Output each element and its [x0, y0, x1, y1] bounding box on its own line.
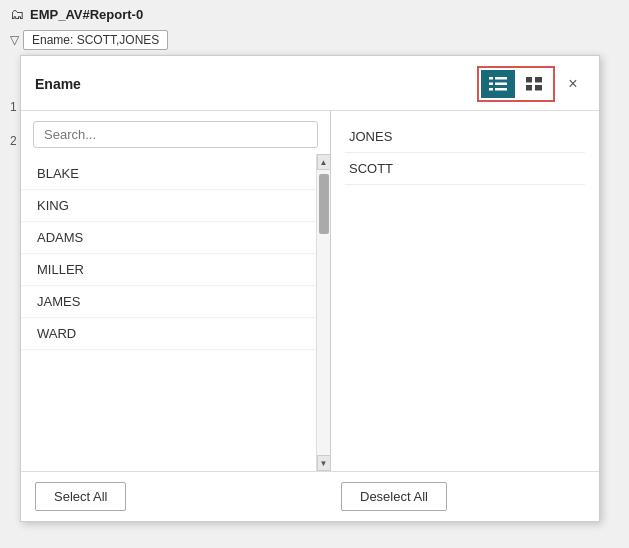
list-item[interactable]: KING: [21, 190, 330, 222]
close-button[interactable]: ×: [561, 72, 585, 96]
scroll-down-arrow[interactable]: ▼: [317, 455, 331, 471]
right-panel: JONES SCOTT: [331, 111, 599, 471]
svg-rect-9: [535, 85, 542, 91]
right-footer: Deselect All: [341, 482, 585, 511]
svg-rect-0: [489, 77, 493, 80]
view-controls: [477, 66, 555, 102]
select-all-button[interactable]: Select All: [35, 482, 126, 511]
dialog-footer: Select All Deselect All: [21, 471, 599, 521]
scroll-up-arrow[interactable]: ▲: [317, 154, 331, 170]
title-bar: 🗂 EMP_AV#Report-0: [0, 0, 629, 28]
left-panel: BLAKE KING ADAMS MILLER JAMES WARD ▲ ▼: [21, 111, 331, 471]
svg-rect-4: [489, 88, 493, 91]
svg-rect-7: [535, 77, 542, 83]
left-footer: Select All: [35, 482, 331, 511]
app-title: EMP_AV#Report-0: [30, 7, 143, 22]
app-icon: 🗂: [10, 6, 24, 22]
list-items: BLAKE KING ADAMS MILLER JAMES WARD: [21, 154, 330, 471]
svg-rect-6: [526, 77, 532, 83]
filter-tag[interactable]: Ename: SCOTT,JONES: [23, 30, 168, 50]
scroll-thumb[interactable]: [319, 174, 329, 234]
dialog-title: Ename: [35, 76, 81, 92]
list-item[interactable]: ADAMS: [21, 222, 330, 254]
svg-rect-8: [526, 85, 532, 91]
svg-rect-2: [489, 83, 493, 86]
selected-item[interactable]: JONES: [345, 121, 585, 153]
dialog-header: Ename: [21, 56, 599, 111]
app-window: 🗂 EMP_AV#Report-0 ▽ Ename: SCOTT,JONES 1…: [0, 0, 629, 548]
svg-rect-5: [495, 88, 507, 91]
list-view-button[interactable]: [481, 70, 515, 98]
list-item[interactable]: MILLER: [21, 254, 330, 286]
list-container: BLAKE KING ADAMS MILLER JAMES WARD ▲ ▼: [21, 154, 330, 471]
row-number-2: 2: [10, 124, 17, 158]
row-number-1: 1: [10, 90, 17, 124]
filter-icon: ▽: [10, 33, 19, 47]
deselect-all-button[interactable]: Deselect All: [341, 482, 447, 511]
row-numbers: 1 2: [10, 90, 17, 158]
list-item[interactable]: WARD: [21, 318, 330, 350]
scrollbar[interactable]: ▲ ▼: [316, 154, 330, 471]
search-input[interactable]: [33, 121, 318, 148]
filter-bar: ▽ Ename: SCOTT,JONES: [0, 28, 629, 56]
list-item[interactable]: JAMES: [21, 286, 330, 318]
dialog: Ename: [20, 55, 600, 522]
svg-rect-1: [495, 77, 507, 80]
dialog-body: BLAKE KING ADAMS MILLER JAMES WARD ▲ ▼: [21, 111, 599, 471]
svg-rect-3: [495, 83, 507, 86]
list-item[interactable]: BLAKE: [21, 158, 330, 190]
selected-item[interactable]: SCOTT: [345, 153, 585, 185]
grid-view-button[interactable]: [517, 70, 551, 98]
